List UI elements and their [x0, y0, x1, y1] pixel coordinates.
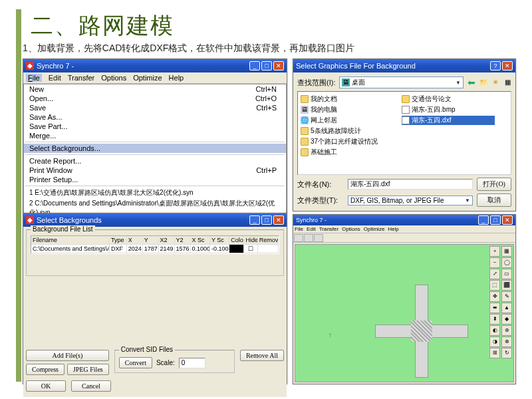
menu-item-print-window[interactable]: Print WindowCtrl+P	[24, 166, 286, 175]
col-hide[interactable]: Hide	[244, 236, 257, 244]
open-button[interactable]: 打开(O)	[477, 178, 511, 191]
menu-optimize[interactable]: Optimize	[133, 74, 162, 82]
tool-button[interactable]: +	[489, 246, 500, 257]
tool-button[interactable]: ◐	[489, 325, 500, 336]
titlebar[interactable]: Synchro 7 - _ □ ✕	[293, 215, 515, 225]
tool-button[interactable]: ▭	[501, 269, 512, 279]
list-item[interactable]: 🖥我的电脑	[301, 105, 394, 114]
table-row[interactable]: C:\Documents and Settings\Administrator\…	[31, 245, 279, 253]
map-canvas[interactable]: ↑ ▦◯▭⬛✎▲◆⊕⊗↻ +−⤢⬚✥⬌⬍◐◑⊞	[295, 244, 514, 382]
recent-file-1[interactable]: 1 E:\交通仿真\鼓屏路区域仿真\鼓屏北大区域2(优化).syn	[24, 188, 286, 198]
menu-edit[interactable]: Edit	[49, 74, 61, 82]
close-button[interactable]: ✕	[502, 61, 513, 70]
col-color[interactable]: Color	[229, 236, 244, 244]
minimize-button[interactable]: _	[249, 61, 260, 70]
col-type[interactable]: Type	[110, 236, 127, 244]
minimize-button[interactable]: _	[478, 215, 489, 225]
maximize-button[interactable]: □	[261, 61, 272, 70]
col-xsc[interactable]: X Sc	[191, 236, 210, 244]
tool-button[interactable]: ◯	[501, 257, 512, 268]
col-ysc[interactable]: Y Sc	[210, 236, 229, 244]
menu-transfer[interactable]: Transfer	[68, 74, 95, 82]
menu-item-new[interactable]: NewCtrl+N	[24, 84, 286, 94]
list-item-selected[interactable]: 湖东-五四.dxf	[402, 116, 495, 125]
toolbar[interactable]	[293, 233, 515, 243]
list-item[interactable]: 我的文档	[301, 94, 394, 104]
menu-file[interactable]: File	[295, 226, 303, 232]
col-y[interactable]: Y	[143, 236, 159, 244]
remove-all-button[interactable]: Remove All	[240, 350, 284, 361]
menu-options[interactable]: Options	[342, 226, 360, 232]
new-folder-icon[interactable]: ✳	[491, 78, 499, 86]
cancel-button[interactable]: 取消	[477, 194, 511, 207]
maximize-button[interactable]: □	[490, 215, 501, 225]
list-item[interactable]: 37个路口光纤建设情况	[301, 137, 500, 146]
toolbar-button[interactable]	[304, 234, 313, 242]
lookin-dropdown[interactable]: 🖥桌面	[339, 76, 464, 88]
up-icon[interactable]: 📁	[479, 78, 487, 86]
tool-button[interactable]: ◑	[489, 336, 500, 347]
background-grid[interactable]: Filename Type X Y X2 Y2 X Sc Y Sc Color …	[31, 235, 279, 254]
list-item[interactable]: 🌐网上邻居	[301, 116, 394, 125]
menu-help[interactable]: Help	[169, 74, 184, 82]
file-list[interactable]: 我的文档 交通信号论文 🖥我的电脑 湖东-五四.bmp 🌐网上邻居 湖东-五四.…	[297, 91, 511, 175]
close-button[interactable]: ✕	[273, 215, 284, 225]
maximize-button[interactable]: □	[261, 215, 272, 225]
menu-item-merge[interactable]: Merge...	[24, 131, 286, 140]
list-item[interactable]: 5条线路故障统计	[301, 126, 394, 136]
color-swatch[interactable]	[229, 245, 244, 253]
menubar[interactable]: File Edit Transfer Options Optimize Help	[23, 72, 287, 84]
tool-button[interactable]: ⬚	[489, 280, 500, 291]
minimize-button[interactable]: _	[249, 215, 260, 225]
filetype-dropdown[interactable]: DXF, GIS, Bitmap, or JPEG File	[348, 196, 473, 205]
tool-button[interactable]: ◆	[501, 314, 512, 325]
scale-input[interactable]	[179, 358, 205, 368]
filename-input[interactable]	[348, 179, 473, 190]
views-icon[interactable]: ▦	[503, 78, 511, 86]
tool-button[interactable]: ▦	[501, 246, 512, 257]
tool-button[interactable]: ↻	[501, 348, 512, 358]
tool-button[interactable]: ✥	[489, 291, 500, 302]
tool-button[interactable]: −	[489, 257, 500, 268]
toolbar-button[interactable]	[294, 234, 303, 242]
menu-options[interactable]: Options	[101, 74, 126, 82]
tool-button[interactable]: ⊗	[501, 336, 512, 347]
titlebar[interactable]: ◆ Select Backgrounds _ □ ✕	[23, 213, 287, 227]
menu-item-savepart[interactable]: Save Part...	[24, 122, 286, 131]
menu-item-create-report[interactable]: Create Report...	[24, 156, 286, 166]
ok-button[interactable]: OK	[26, 380, 66, 392]
tool-button[interactable]: ⬌	[489, 303, 500, 313]
col-filename[interactable]: Filename	[31, 236, 110, 244]
hide-checkbox[interactable]: ☐	[244, 245, 257, 253]
help-button[interactable]: ?	[490, 61, 501, 70]
col-y2[interactable]: Y2	[175, 236, 191, 244]
menu-optimize[interactable]: Optimize	[364, 226, 385, 232]
menu-item-select-backgrounds[interactable]: Select Backgrounds...	[24, 144, 286, 153]
menu-help[interactable]: Help	[388, 226, 398, 232]
close-button[interactable]: ✕	[502, 215, 513, 225]
list-item[interactable]: 交通信号论文	[402, 94, 495, 104]
list-item[interactable]: 基础施工	[301, 148, 394, 157]
col-x2[interactable]: X2	[159, 236, 175, 244]
tool-button[interactable]: ⬛	[501, 280, 512, 291]
menu-transfer[interactable]: Transfer	[319, 226, 339, 232]
cancel-button[interactable]: Cancel	[71, 380, 111, 392]
tool-button[interactable]: ⤢	[489, 269, 500, 279]
back-icon[interactable]: ⬅	[467, 78, 475, 86]
menu-item-saveas[interactable]: Save As...	[24, 112, 286, 122]
menu-item-open[interactable]: Open...Ctrl+O	[24, 94, 286, 103]
col-remove[interactable]: Remove	[258, 236, 279, 244]
titlebar[interactable]: Select Graphics File For Background ? ✕	[293, 59, 515, 72]
menu-item-printer-setup[interactable]: Printer Setup...	[24, 175, 286, 184]
menu-file[interactable]: File	[26, 74, 42, 82]
tool-button[interactable]: ⬍	[489, 314, 500, 325]
menu-item-save[interactable]: SaveCtrl+S	[24, 103, 286, 112]
tool-button[interactable]: ⊞	[489, 348, 500, 358]
compress-button[interactable]: Compress	[26, 364, 65, 375]
list-item[interactable]: 湖东-五四.bmp	[402, 105, 495, 114]
toolbar-button[interactable]	[314, 234, 323, 242]
menubar[interactable]: File Edit Transfer Options Optimize Help	[293, 225, 515, 233]
add-files-button[interactable]: Add File(s)	[26, 350, 109, 361]
col-x[interactable]: X	[127, 236, 143, 244]
tool-button[interactable]: ⊕	[501, 325, 512, 336]
